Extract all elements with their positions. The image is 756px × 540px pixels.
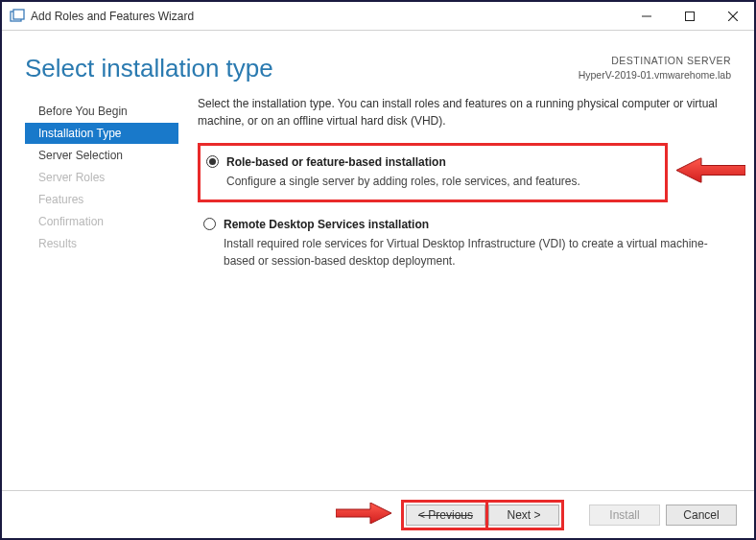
page-title: Select installation type: [25, 54, 579, 83]
previous-button[interactable]: < Previous: [406, 505, 485, 526]
next-button[interactable]: Next >: [488, 505, 559, 526]
window-title: Add Roles and Features Wizard: [31, 10, 194, 23]
step-results: Results: [25, 233, 178, 254]
destination-label: DESTINATION SERVER: [579, 54, 731, 68]
step-server-selection[interactable]: Server Selection: [25, 145, 178, 166]
svg-marker-6: [676, 158, 745, 183]
step-server-roles: Server Roles: [25, 167, 178, 188]
destination-server: HyperV-2019-01.vmwarehome.lab: [579, 68, 731, 82]
option-role-based[interactable]: Role-based or feature-based installation…: [198, 143, 668, 202]
radio-remote-desktop[interactable]: [203, 218, 216, 230]
close-button[interactable]: [711, 2, 754, 31]
step-confirmation: Confirmation: [25, 211, 178, 232]
step-features: Features: [25, 189, 178, 210]
app-icon: [10, 9, 25, 24]
wizard-body: Before You Begin Installation Type Serve…: [2, 95, 754, 498]
radio-role-based[interactable]: [206, 155, 219, 168]
main-panel: Select the installation type. You can in…: [178, 95, 735, 498]
step-before-you-begin[interactable]: Before You Begin: [25, 101, 178, 122]
option-desc: Configure a single server by adding role…: [226, 173, 655, 190]
step-installation-type[interactable]: Installation Type: [25, 123, 178, 144]
svg-marker-7: [336, 503, 391, 524]
option-title: Role-based or feature-based installation: [226, 153, 655, 171]
title-bar: Add Roles and Features Wizard: [2, 2, 754, 31]
cancel-button[interactable]: Cancel: [666, 505, 737, 526]
wizard-header: Select installation type DESTINATION SER…: [2, 31, 754, 95]
install-button: Install: [589, 505, 660, 526]
minimize-button[interactable]: [625, 2, 668, 31]
callout-arrow-icon: [336, 503, 391, 528]
option-title: Remote Desktop Services installation: [224, 216, 725, 233]
wizard-footer: < Previous Next > Install Cancel: [2, 490, 754, 538]
option-remote-desktop[interactable]: Remote Desktop Services installation Ins…: [198, 208, 735, 279]
callout-arrow-icon: [676, 158, 745, 188]
intro-text: Select the installation type. You can in…: [198, 95, 735, 129]
option-desc: Install required role services for Virtu…: [224, 235, 725, 270]
step-sidebar: Before You Begin Installation Type Serve…: [25, 95, 178, 498]
maximize-button[interactable]: [668, 2, 711, 31]
destination-info: DESTINATION SERVER HyperV-2019-01.vmware…: [579, 54, 731, 82]
svg-rect-1: [13, 10, 24, 19]
svg-rect-3: [685, 12, 694, 20]
